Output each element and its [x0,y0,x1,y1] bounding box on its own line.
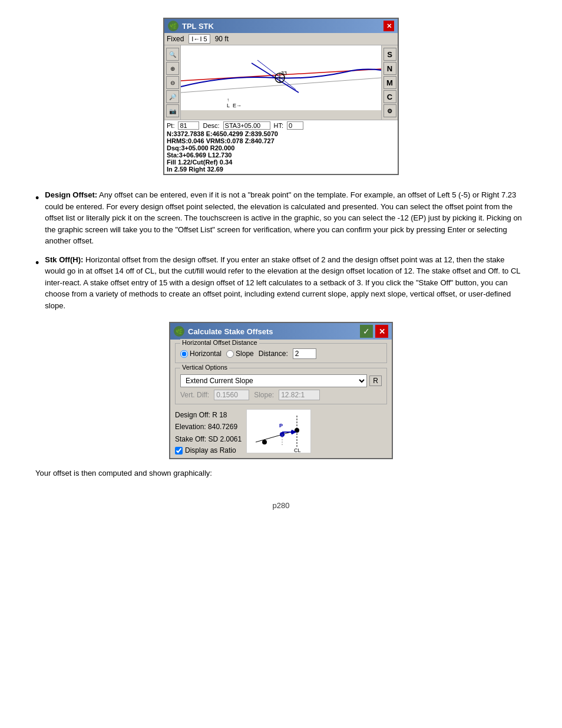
calc-title: Calculate Stake Offsets [188,327,273,336]
svg-point-17 [262,440,267,444]
bullet-label-design-offset: Design Offset: [45,190,97,199]
radio-slope-input[interactable] [226,350,234,358]
tpl-btn-m[interactable]: M [384,76,396,89]
tpl-btn-n[interactable]: N [384,62,396,75]
bullet-dot-1: • [35,190,39,247]
tpl-pt-input[interactable] [178,121,199,130]
bullet-content-stk-off: Horizontal offset from the design offset… [45,255,520,310]
tpl-btn-icon[interactable]: ⚙ [384,104,396,117]
bullet-label-stk-off: Stk Off(H): [45,255,83,264]
calc-close-button[interactable]: ✕ [375,325,388,338]
tpl-dsq: Dsq:3+05.000 R20.000 [167,144,395,151]
calc-title-actions: ✓ ✕ [360,325,388,338]
tpl-in: In 2.59 Right 32.69 [167,166,395,173]
svg-text:L: L [227,103,230,108]
tpl-canvas: 33 L E→ ↑ [181,45,381,110]
tpl-ht-label: HT: [274,122,284,129]
vertical-options-select[interactable]: Extend Current Slope Apply Next Slope Ve… [180,374,367,387]
tpl-left-buttons: 🔍 ⊕ ⊖ 🔎 📷 [164,45,181,120]
calc-title-bar: 🌿 Calculate Stake Offsets ✓ ✕ [170,323,392,340]
tpl-btn-zoom-in[interactable]: 🔍 [166,48,179,61]
svg-text:↑: ↑ [227,97,229,103]
svg-line-1 [181,78,381,93]
tpl-btn-add[interactable]: ⊕ [166,62,179,75]
distance-input[interactable] [293,348,316,359]
svg-text:CL: CL [294,447,301,453]
slope-label: Slope: [254,391,274,399]
vert-group-label: Vertical Options [180,364,229,371]
svg-text:33: 33 [281,70,287,76]
display-ratio-row: Display as Ratio [175,446,242,454]
calc-icon: 🌿 [174,326,184,337]
horizontal-offset-group: Horizontal Offset Distance Horizontal Sl… [175,343,387,363]
tpl-btn-camera[interactable]: 📷 [166,104,179,117]
calc-stake-offsets-dialog: 🌿 Calculate Stake Offsets ✓ ✕ Horizontal… [169,322,393,459]
elevation-line: Elevation: 840.7269 [175,421,242,433]
tpl-btn-c[interactable]: C [384,90,396,103]
tpl-fill: Fill 1.22/Cut(Ref) 0.34 [167,159,395,166]
r-button[interactable]: R [369,375,382,386]
stake-off-line: Stake Off: SD 2.0061 [175,433,242,445]
tpl-coords: N:3372.7838 E:4650.4299 Z:839.5070 [167,130,395,137]
calc-body: Horizontal Offset Distance Horizontal Sl… [170,340,392,458]
offset-text: Your offset is then computed and shown g… [35,469,527,477]
dropdown-row: Extend Current Slope Apply Next Slope Ve… [180,374,382,387]
vert-diff-row: Vert. Diff: Slope: [180,390,382,400]
tpl-toolbar: Fixed I←I 5 90 ft [164,33,398,45]
tpl-btn-search[interactable]: 🔎 [166,90,179,103]
radio-slope-option[interactable]: Slope [226,350,254,358]
calc-title-left: 🌿 Calculate Stake Offsets [174,326,273,337]
tpl-scale: I←I 5 [189,34,210,44]
display-ratio-label: Display as Ratio [185,446,236,454]
tpl-body: 🔍 ⊕ ⊖ 🔎 📷 33 L [164,45,398,120]
calc-info-lines: Design Off: R 18 Elevation: 840.7269 Sta… [175,409,242,445]
distance-label: Distance: [259,350,288,358]
bullet-content-design-offset: Any offset can be entered, even if it is… [45,190,522,245]
vert-diff-input[interactable] [214,390,249,400]
calc-bottom: Design Off: R 18 Elevation: 840.7269 Sta… [175,409,387,454]
tpl-ht-input[interactable] [287,121,303,130]
page-number: p280 [273,501,290,510]
slope-input[interactable] [279,390,320,400]
tpl-info: Pt: Desc: HT: N:3372.7838 E:4650.4299 Z:… [164,120,398,174]
radio-horizontal-input[interactable] [180,350,188,358]
vert-diff-label: Vert. Diff: [180,391,209,399]
tpl-title-bar: 🌿 TPL STK ✕ [164,19,398,33]
display-ratio-checkbox[interactable] [175,447,183,454]
bullet-text-stk-off: Stk Off(H): Horizontal offset from the d… [45,254,527,312]
tpl-desc-input[interactable] [223,121,270,130]
tpl-info-row-pt: Pt: Desc: HT: [167,121,395,130]
calc-graphic: CL P [246,409,311,453]
tpl-right-buttons: S N M C ⚙ [381,45,398,120]
svg-marker-21 [291,430,294,434]
tpl-title-left: 🌿 TPL STK [168,21,214,31]
horiz-row: Horizontal Slope Distance: [180,348,382,359]
bullet-dot-2: • [35,255,39,312]
tpl-stk-dialog: 🌿 TPL STK ✕ Fixed I←I 5 90 ft 🔍 ⊕ ⊖ 🔎 📷 [163,18,399,175]
tpl-distance: 90 ft [215,35,229,43]
svg-point-14 [295,428,299,433]
radio-horizontal-option[interactable]: Horizontal [180,350,222,358]
content-bullets: • Design Offset: Any offset can be enter… [35,189,527,311]
page-footer: p280 [35,501,527,510]
tpl-close-button[interactable]: ✕ [384,21,394,31]
vertical-options-group: Vertical Options Extend Current Slope Ap… [175,368,387,404]
tpl-hrms: HRMS:0.046 VRMS:0.078 Z:840.727 [167,137,395,144]
radio-slope-label: Slope [236,350,254,358]
svg-text:E→: E→ [233,103,242,108]
tpl-fixed-label: Fixed [167,35,184,43]
svg-text:P: P [279,423,283,429]
tpl-btn-minus[interactable]: ⊖ [166,76,179,89]
bullet-text-design-offset: Design Offset: Any offset can be entered… [45,189,527,247]
tpl-desc-label: Desc: [203,122,219,129]
tpl-sta: Sta:3+06.969 L12.730 [167,151,395,159]
tpl-btn-s[interactable]: S [384,48,396,61]
calc-info-section: Design Off: R 18 Elevation: 840.7269 Sta… [175,409,242,454]
calc-confirm-button[interactable]: ✓ [360,325,373,338]
horiz-group-label: Horizontal Offset Distance [180,339,259,346]
design-off-line: Design Off: R 18 [175,409,242,421]
tpl-pt-label: Pt: [167,122,174,129]
radio-horizontal-label: Horizontal [190,350,222,358]
tpl-title: TPL STK [182,22,214,31]
tpl-icon: 🌿 [168,21,178,31]
